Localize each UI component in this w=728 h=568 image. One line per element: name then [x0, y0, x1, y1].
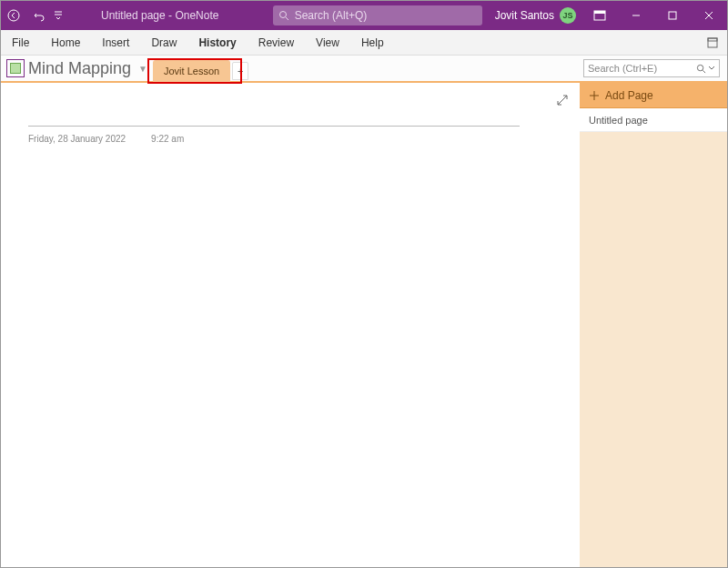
page-date: Friday, 28 January 2022 [28, 134, 126, 144]
tab-draw[interactable]: Draw [140, 30, 187, 55]
user-name: Jovit Santos [495, 9, 554, 22]
expand-icon[interactable] [556, 94, 569, 110]
window-title: Untitled page - OneNote [101, 9, 218, 22]
ribbon-display-button[interactable] [581, 1, 618, 30]
notebook-bar: Mind Mapping ▼ Jovit Lesson + Search (Ct… [1, 56, 727, 83]
search-icon [278, 10, 289, 21]
svg-rect-4 [669, 12, 676, 19]
notebook-dropdown-icon[interactable]: ▼ [138, 64, 147, 74]
page-search[interactable]: Search (Ctrl+E) [583, 59, 720, 77]
tab-insert[interactable]: Insert [91, 30, 140, 55]
tab-review[interactable]: Review [248, 30, 305, 55]
page-title-input[interactable] [28, 105, 520, 127]
svg-point-0 [8, 10, 19, 21]
svg-point-1 [279, 12, 286, 18]
maximize-button[interactable] [654, 1, 691, 30]
notebook-name[interactable]: Mind Mapping [28, 59, 131, 78]
page-search-placeholder: Search (Ctrl+E) [588, 63, 657, 74]
chevron-down-icon [708, 65, 715, 72]
user-account[interactable]: Jovit Santos JS [490, 7, 581, 24]
back-button[interactable] [1, 1, 26, 30]
page-canvas[interactable]: Friday, 28 January 2022 9:22 am [1, 83, 580, 567]
page-panel: Add Page Untitled page [580, 83, 727, 567]
undo-button[interactable] [26, 1, 52, 30]
svg-rect-6 [708, 38, 717, 41]
search-icon [696, 64, 706, 74]
ribbon-tabs: File Home Insert Draw History Review Vie… [1, 30, 727, 56]
global-search-placeholder: Search (Alt+Q) [295, 9, 368, 22]
page-list-item[interactable]: Untitled page [580, 108, 727, 132]
svg-point-7 [697, 65, 703, 70]
qat-customize[interactable] [52, 1, 65, 30]
tab-help[interactable]: Help [350, 30, 395, 55]
notebook-icon[interactable] [6, 59, 25, 77]
add-page-button[interactable]: Add Page [580, 83, 727, 108]
page-meta: Friday, 28 January 2022 9:22 am [28, 134, 552, 144]
collapse-ribbon-button[interactable] [703, 34, 722, 52]
section-tab[interactable]: Jovit Lesson [153, 60, 230, 82]
svg-rect-3 [594, 11, 605, 14]
title-bar: Untitled page - OneNote Search (Alt+Q) J… [1, 1, 727, 30]
close-button[interactable] [691, 1, 727, 30]
quick-access [1, 1, 65, 30]
tab-file[interactable]: File [1, 30, 40, 55]
page-time: 9:22 am [151, 134, 184, 144]
avatar: JS [560, 7, 576, 24]
tab-view[interactable]: View [305, 30, 350, 55]
global-search[interactable]: Search (Alt+Q) [273, 5, 482, 25]
tab-history[interactable]: History [187, 30, 247, 55]
plus-icon [589, 90, 600, 101]
minimize-button[interactable] [618, 1, 654, 30]
tab-home[interactable]: Home [40, 30, 91, 55]
svg-rect-5 [708, 38, 717, 47]
content-area: Friday, 28 January 2022 9:22 am Add Page… [1, 83, 727, 567]
add-page-label: Add Page [605, 89, 653, 102]
add-section-button[interactable]: + [232, 62, 248, 80]
